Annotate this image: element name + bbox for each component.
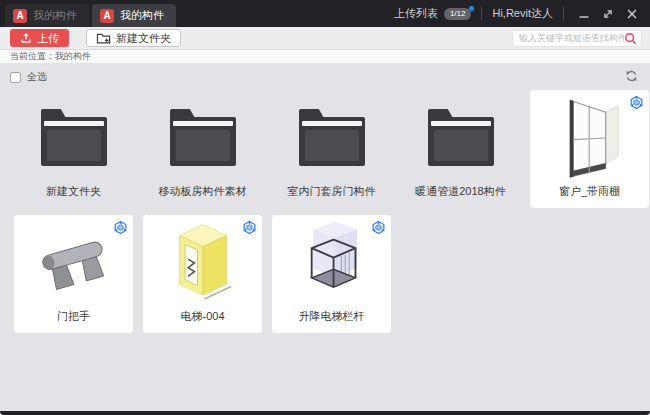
window-with-canopy-thumbnail [544, 95, 636, 181]
tab-my-components-active[interactable]: A 我的构件 [92, 4, 176, 27]
toolbar: 上传 新建文件夹 [0, 27, 650, 50]
minimize-button[interactable] [576, 6, 592, 22]
titlebar-right: 上传列表 1/12 Hi,Revit达人 [394, 0, 650, 27]
component-item[interactable]: 电梯-004 [143, 215, 262, 333]
search-icon[interactable] [624, 32, 637, 45]
upload-count-badge: 1/12 [444, 8, 472, 20]
folder-label: 新建文件夹 [18, 184, 129, 199]
folder-item[interactable]: 新建文件夹 [14, 90, 133, 208]
app-logo-icon: A [100, 9, 114, 23]
component-item[interactable]: 窗户_带雨棚 [530, 90, 649, 208]
breadcrumb: 当前位置： 我的构件 [0, 50, 650, 64]
upload-button[interactable]: 上传 [10, 29, 69, 47]
upload-button-label: 上传 [37, 31, 59, 46]
divider [481, 7, 482, 20]
folder-icon [170, 109, 236, 166]
tab-my-components-inactive[interactable]: A 我的构件 [5, 4, 89, 27]
component-label: 窗户_带雨棚 [534, 184, 645, 199]
folder-label: 暖通管道2018构件 [405, 184, 516, 199]
items-grid: 新建文件夹 移动板房构件素材 室内门套房门构件 暖通管道2018 [14, 90, 636, 333]
close-icon [626, 8, 638, 20]
close-button[interactable] [624, 6, 640, 22]
component-label: 电梯-004 [147, 309, 258, 324]
component-item[interactable]: 升降电梯栏杆 [272, 215, 391, 333]
app-logo-icon: A [13, 9, 27, 23]
folder-label: 室内门套房门构件 [276, 184, 387, 199]
component-type-badge-icon [629, 95, 644, 110]
elevator-railing-thumbnail [286, 220, 378, 306]
list-controls-row: 全选 [0, 66, 650, 88]
breadcrumb-prefix: 当前位置： [10, 50, 55, 63]
folder-label: 移动板房构件素材 [147, 184, 258, 199]
upload-list-label: 上传列表 [394, 6, 438, 21]
tab-bar: A 我的构件 A 我的构件 [0, 0, 176, 27]
component-type-badge-icon [242, 220, 257, 235]
component-label: 升降电梯栏杆 [276, 309, 387, 324]
elevator-thumbnail [157, 220, 249, 306]
titlebar: A 我的构件 A 我的构件 上传列表 1/12 Hi,Revit达人 [0, 0, 650, 27]
component-label: 门把手 [18, 309, 129, 324]
component-type-badge-icon [371, 220, 386, 235]
maximize-icon [602, 8, 614, 20]
user-menu[interactable]: Hi,Revit达人 [492, 6, 553, 21]
new-folder-button-label: 新建文件夹 [116, 31, 171, 46]
folder-icon [428, 109, 494, 166]
folder-icon [299, 109, 365, 166]
refresh-icon [624, 69, 639, 83]
folder-item[interactable]: 室内门套房门构件 [272, 90, 391, 208]
door-handle-thumbnail [28, 220, 120, 306]
select-all-label: 全选 [27, 70, 47, 84]
refresh-button[interactable] [622, 69, 640, 85]
new-folder-icon [96, 32, 111, 45]
breadcrumb-current: 我的构件 [55, 50, 91, 63]
search-input[interactable] [519, 33, 624, 43]
folder-icon [41, 109, 107, 166]
minimize-icon [578, 8, 590, 20]
select-all-checkbox[interactable] [10, 72, 21, 83]
folder-item[interactable]: 暖通管道2018构件 [401, 90, 520, 208]
select-all[interactable]: 全选 [10, 70, 47, 84]
tab-label: 我的构件 [33, 8, 77, 23]
new-folder-button[interactable]: 新建文件夹 [86, 29, 181, 47]
window-bottom-edge [0, 411, 650, 415]
component-type-badge-icon [113, 220, 128, 235]
upload-list-button[interactable]: 上传列表 1/12 [394, 6, 472, 21]
folder-item[interactable]: 移动板房构件素材 [143, 90, 262, 208]
divider [563, 7, 564, 20]
maximize-button[interactable] [600, 6, 616, 22]
tab-label: 我的构件 [120, 8, 164, 23]
window-controls [576, 6, 640, 22]
component-item[interactable]: 门把手 [14, 215, 133, 333]
search-box [512, 30, 642, 47]
upload-icon [20, 32, 32, 44]
